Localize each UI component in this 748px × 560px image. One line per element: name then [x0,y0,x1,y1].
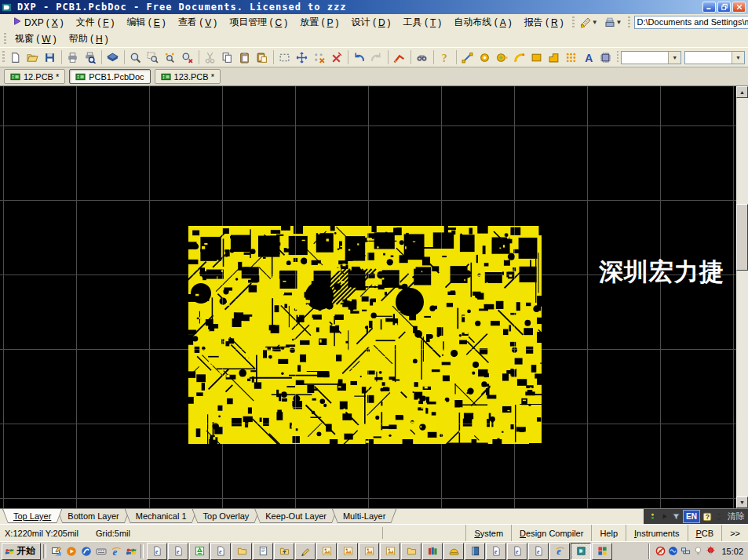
panel-help[interactable]: Help [591,525,626,541]
menu-项目管理[interactable]: 项目管理 (C) [223,15,294,30]
place-array-button[interactable] [563,49,580,66]
net-combo[interactable]: ▼ [621,51,681,64]
toolbar-grip[interactable] [572,16,575,29]
layer-tab-top-layer[interactable]: Top Layer [2,509,62,523]
cut-button[interactable] [202,49,219,66]
document-tab-123-pcb-[interactable]: 123.PCB * [155,69,221,84]
taskbar-window-button-15[interactable] [443,543,464,560]
taskbar-window-button-1[interactable]: e [147,543,167,560]
quick-launch-winflag[interactable] [123,544,138,558]
start-button[interactable]: 开始 [2,543,41,560]
select-area-button[interactable] [276,49,294,66]
menu-编辑[interactable]: 编辑 (E) [121,15,172,30]
snapshot-next-button[interactable] [660,512,669,521]
menu-设计[interactable]: 设计 (D) [345,15,397,30]
language-help-button[interactable]: ? [702,512,712,522]
new-button[interactable] [7,49,24,66]
quick-launch-show-desktop[interactable] [49,544,64,558]
panel-system[interactable]: System [465,525,511,541]
taskbar-window-button-6[interactable] [253,543,273,560]
taskbar-window-button-8[interactable] [295,543,316,560]
toolbar-grip[interactable] [2,51,5,64]
taskbar-window-button-22[interactable] [592,543,612,560]
quick-launch-ie[interactable]: e [108,544,123,558]
tray-network-icon[interactable] [680,546,691,556]
menu-放置[interactable]: 放置 (P) [294,15,345,30]
find-button[interactable] [414,49,431,66]
menu-文件[interactable]: 文件 (F) [70,15,121,30]
save-button[interactable] [42,49,59,66]
tray-audio-icon[interactable] [668,546,678,556]
taskbar-window-button-9[interactable] [316,543,337,560]
menu-报告[interactable]: 报告 (R) [518,15,570,30]
pcb-workspace[interactable]: 深圳宏力捷 [0,86,736,508]
scroll-down-button[interactable]: ▼ [736,496,748,508]
scroll-thumb[interactable] [736,204,748,271]
place-fill-button[interactable] [528,49,545,66]
layer-tab-bottom-layer[interactable]: Bottom Layer [57,509,130,523]
toolbar-grip[interactable] [628,16,630,29]
taskbar-window-button-20[interactable]: e [549,543,570,560]
menu-自动布线[interactable]: 自动布线 (A) [447,15,517,30]
place-component-button[interactable] [597,49,615,66]
print-preview-button[interactable] [82,49,99,66]
panel--[interactable]: >> [721,525,748,541]
help-button[interactable]: ? [436,49,454,66]
place-pad-button[interactable] [476,49,494,66]
layer-tab-top-overlay[interactable]: Top Overlay [192,509,261,523]
taskbar-window-button-16[interactable] [465,543,485,560]
place-arc-button[interactable] [511,49,528,66]
menu-帮助[interactable]: 帮助 (H) [63,31,115,46]
interactive-route-button[interactable] [391,49,408,66]
open-button[interactable] [24,49,42,66]
taskbar-window-button-13[interactable] [401,543,421,560]
quick-launch-msn[interactable] [78,544,93,558]
app-icon[interactable] [2,2,14,13]
taskbar-window-button-10[interactable] [338,543,358,560]
taskbar-window-button-18[interactable]: e [507,543,527,560]
clear-button[interactable]: 清除 [726,511,746,522]
place-via-button[interactable] [494,49,511,66]
tray-bulb-icon[interactable] [693,546,703,556]
measure-tools-dropdown[interactable]: ▼ [578,16,600,29]
taskbar-window-button-21[interactable] [571,543,591,560]
zoom-fit-button[interactable] [127,49,144,66]
undo-button[interactable] [351,49,368,66]
copy-button[interactable] [219,49,236,66]
zoom-clear-button[interactable] [179,49,196,66]
taskbar-window-button-19[interactable]: e [528,543,549,560]
taskbar-window-button-3[interactable] [189,543,210,560]
clear-selection-button[interactable] [311,49,328,66]
clear-filter-button[interactable] [328,49,345,66]
panel-design-compiler[interactable]: Design Compiler [511,525,591,541]
menu-视窗[interactable]: 视窗 (W) [9,31,63,46]
menu-查看[interactable]: 查看 (V) [172,15,223,30]
panel-instruments[interactable]: Instruments [626,525,687,541]
taskbar-window-button-11[interactable] [359,543,379,560]
layer-tab-mechanical-1[interactable]: Mechanical 1 [125,509,198,523]
spinner-control[interactable] [714,512,724,522]
menu-工具[interactable]: 工具 (T) [397,15,448,30]
document-tab-12-pcb-[interactable]: 12.PCB * [4,69,65,84]
restore-button[interactable] [717,2,731,13]
document-path-combo[interactable]: D:\Documents and Settings\midea\桌面 ▼ [634,16,748,29]
toolbar-grip[interactable] [4,33,6,45]
filter-button[interactable] [672,512,680,521]
tray-bulb-red-icon[interactable] [706,546,716,556]
taskbar-window-button-2[interactable]: e [168,543,188,560]
layer-tab-multi-layer[interactable]: Multi-Layer [332,509,396,523]
chevron-down-icon[interactable]: ▼ [732,52,744,64]
scroll-up-button[interactable]: ▲ [736,86,748,98]
quick-launch-wmp[interactable] [64,544,78,558]
taskbar-window-button-12[interactable] [380,543,400,560]
close-button[interactable] [732,2,746,13]
component-combo[interactable]: ▼ [684,51,745,64]
document-tab-pcb1-pcbdoc[interactable]: PCB1.PcbDoc [69,69,150,84]
chevron-down-icon[interactable]: ▼ [668,52,680,64]
board-3d-button[interactable] [104,49,122,66]
panel-pcb[interactable]: PCB [688,525,722,541]
toolbar-grip[interactable] [617,51,619,64]
taskbar-window-button-4[interactable]: e [210,543,231,560]
taskbar-window-button-14[interactable] [422,543,443,560]
taskbar-window-button-5[interactable] [232,543,252,560]
